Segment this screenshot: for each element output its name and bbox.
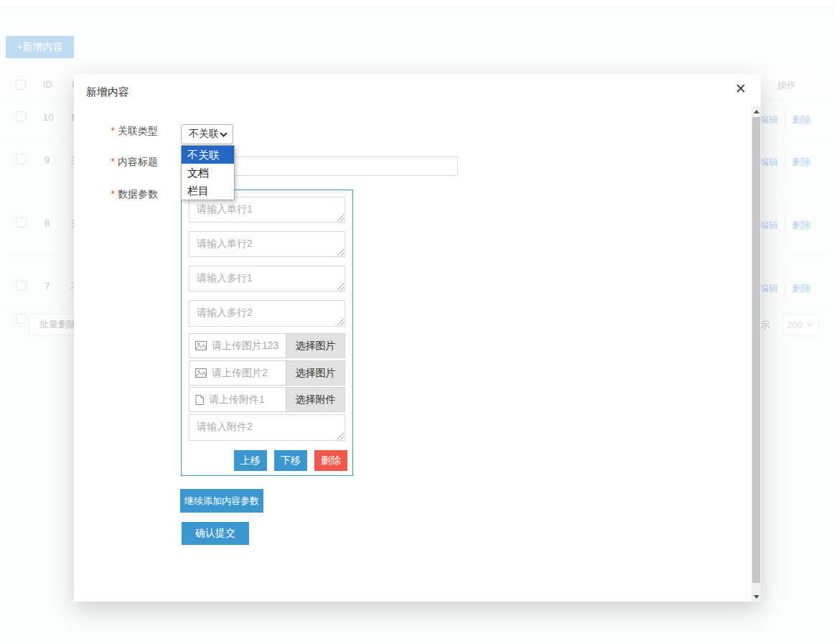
upload-placeholder: 请上传图片123 — [212, 340, 286, 353]
dropdown-option-column[interactable]: 栏目 — [182, 182, 234, 200]
relation-type-dropdown: 不关联 文档 栏目 — [181, 145, 235, 200]
attachment-2-textarea[interactable] — [189, 414, 345, 441]
upload-placeholder: 请上传附件1 — [209, 393, 286, 406]
required-asterisk: * — [111, 156, 115, 167]
confirm-submit-button[interactable]: 确认提交 — [182, 522, 249, 545]
close-icon[interactable]: ✕ — [735, 81, 746, 97]
upload-placeholder: 请上传图片2 — [212, 367, 286, 380]
upload-file-1-row: 请上传附件1 选择附件 — [189, 387, 345, 412]
dropdown-option-no-relation[interactable]: 不关联 — [182, 146, 234, 164]
field-label-data-params: *数据参数 — [74, 188, 158, 201]
image-icon — [195, 368, 207, 378]
choose-image-button[interactable]: 选择图片 — [286, 334, 345, 358]
relation-type-select[interactable]: 不关联 — [181, 124, 233, 144]
choose-image-button[interactable]: 选择图片 — [286, 361, 345, 385]
param-textarea-wrap — [189, 266, 345, 291]
upload-image-2-row: 请上传图片2 选择图片 — [189, 360, 345, 386]
required-asterisk: * — [111, 188, 115, 200]
single-line-2-textarea[interactable] — [189, 231, 345, 257]
multi-line-1-textarea[interactable] — [189, 266, 345, 291]
relation-type-value: 不关联 — [189, 128, 219, 141]
image-icon — [195, 341, 207, 350]
scrollbar-thumb[interactable] — [752, 117, 760, 583]
upload-image-1-row: 请上传图片123 选择图片 — [189, 333, 345, 358]
modal-title: 新增内容 — [86, 85, 129, 99]
add-more-params-button[interactable]: 继续添加内容参数 — [180, 489, 263, 513]
add-content-modal: 新增内容 ✕ *关联类型 *内容标题 *数据参数 不关联 不关联 文档 栏目 — [74, 74, 761, 602]
file-icon — [195, 395, 204, 405]
single-line-1-textarea[interactable] — [189, 197, 345, 223]
param-textarea-wrap — [189, 197, 345, 223]
move-up-button[interactable]: 上移 — [234, 450, 267, 471]
scroll-down-icon[interactable] — [751, 592, 761, 602]
scroll-up-icon[interactable] — [751, 106, 761, 116]
required-asterisk: * — [111, 125, 115, 136]
choose-file-button[interactable]: 选择附件 — [286, 388, 345, 411]
dropdown-option-document[interactable]: 文档 — [182, 164, 234, 182]
param-textarea-wrap — [189, 414, 345, 441]
modal-scrollbar[interactable] — [751, 106, 761, 602]
field-label-content-title: *内容标题 — [74, 156, 158, 169]
chevron-down-icon — [220, 132, 228, 137]
param-textarea-wrap — [189, 231, 345, 257]
multi-line-2-textarea[interactable] — [189, 300, 345, 327]
data-params-box: 请上传图片123 选择图片 请上传图片2 选择图片 请上传附件1 选择附件 上移… — [181, 190, 353, 476]
field-label-relation-type: *关联类型 — [74, 125, 158, 138]
delete-param-button[interactable]: 删除 — [314, 450, 347, 471]
move-down-button[interactable]: 下移 — [274, 450, 307, 471]
param-textarea-wrap — [189, 300, 345, 327]
